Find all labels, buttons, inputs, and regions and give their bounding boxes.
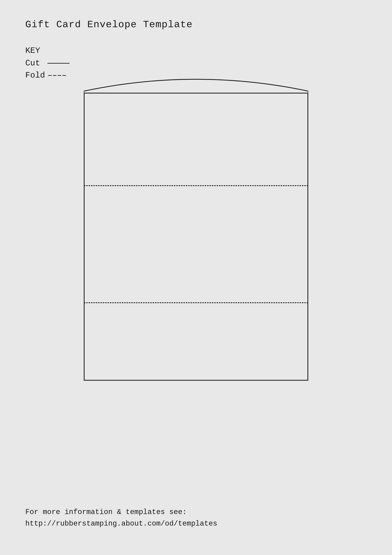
envelope-wrapper <box>84 93 308 381</box>
page: Gift Card Envelope Template KEY Cut Fold <box>0 0 392 555</box>
fold-line-bottom <box>84 302 308 303</box>
footer-line2: http://rubberstamping.about.com/od/templ… <box>25 518 217 530</box>
key-label: KEY <box>25 46 367 55</box>
footer-line1: For more information & templates see: <box>25 506 217 518</box>
fold-label: Fold <box>25 71 45 80</box>
cut-key-item: Cut <box>25 58 367 68</box>
envelope-container <box>25 93 367 381</box>
fold-line-top <box>84 185 308 186</box>
envelope-body <box>84 93 308 381</box>
cut-label: Cut <box>25 58 44 68</box>
footer: For more information & templates see: ht… <box>25 506 217 530</box>
page-title: Gift Card Envelope Template <box>25 19 367 30</box>
fold-line-icon <box>48 75 66 76</box>
cut-line-icon <box>47 63 70 64</box>
